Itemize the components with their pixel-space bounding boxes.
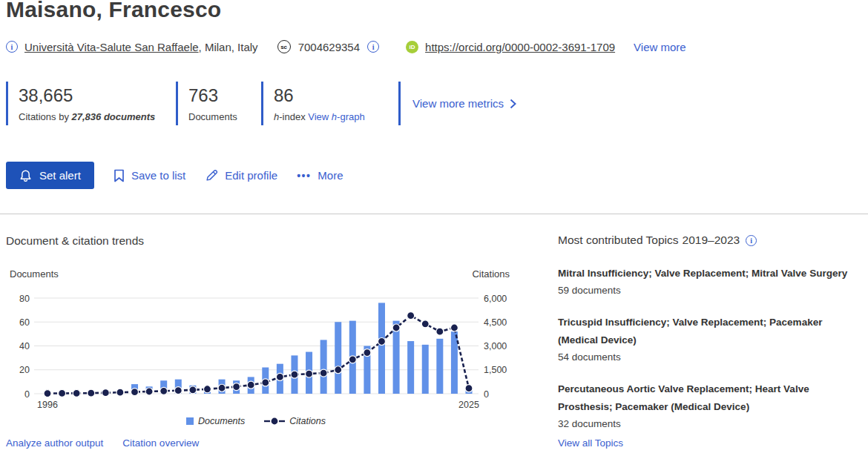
more-dots-icon	[297, 169, 311, 182]
edit-profile-button[interactable]: Edit profile	[205, 169, 277, 182]
pencil-icon	[205, 169, 218, 182]
topics-panel: Most contributed Topics 2019–2023 Mitral…	[558, 234, 864, 429]
actions-row: Set alert Save to list Edit profile More	[6, 162, 343, 189]
orcid-icon	[406, 41, 418, 53]
trends-section-title: Document & citation trends	[6, 234, 144, 248]
topic-name: Mitral Insufficiency; Valve Replacement;…	[558, 265, 864, 282]
info-icon[interactable]	[746, 235, 757, 246]
topic-name: Tricuspid Insufficiency; Valve Replaceme…	[558, 314, 864, 349]
hindex-label: h-index View h-graph	[274, 111, 398, 122]
svg-text:0: 0	[24, 389, 30, 400]
author-profile-page: Maisano, Francesco Università Vita-Salut…	[0, 0, 868, 456]
svg-text:80: 80	[19, 294, 30, 304]
bell-icon	[19, 169, 32, 182]
save-to-list-button[interactable]: Save to list	[114, 169, 185, 182]
set-alert-button[interactable]: Set alert	[6, 162, 94, 189]
section-divider	[0, 214, 868, 214]
topic-name: Percutaneous Aortic Valve Replacement; H…	[558, 380, 864, 416]
view-more-metrics-link[interactable]: View more metrics	[412, 97, 516, 110]
view-all-topics-link[interactable]: View all Topics	[558, 437, 623, 449]
svg-text:1,500: 1,500	[484, 365, 507, 375]
hindex-metric: 86 h-index View h-graph	[261, 82, 398, 125]
citations-count: 38,665	[19, 85, 176, 107]
affiliation-location: , Milan, Italy	[199, 41, 258, 53]
trend-chart[interactable]: 00201,500403,000604,500806,00019962025	[0, 289, 512, 414]
chart-legend: Documents Citations	[0, 416, 512, 426]
topic-count: 54 documents	[558, 351, 864, 363]
scopus-author-id: 7004629354	[298, 41, 360, 53]
bookmark-icon	[114, 169, 125, 182]
more-button[interactable]: More	[297, 169, 343, 182]
citations-label: Citations by 27,836 documents	[19, 111, 176, 122]
svg-text:20: 20	[19, 365, 30, 375]
svg-text:1996: 1996	[37, 400, 58, 410]
info-icon[interactable]	[6, 41, 18, 53]
author-name: Maisano, Francesco	[6, 0, 221, 22]
svg-text:0: 0	[484, 389, 489, 400]
documents-metric: 763 Documents	[176, 82, 261, 125]
view-more-link[interactable]: View more	[634, 41, 686, 53]
hindex-count: 86	[274, 85, 398, 107]
svg-text:2025: 2025	[458, 400, 479, 410]
svg-text:6,000: 6,000	[484, 294, 507, 304]
scopus-icon	[277, 40, 291, 53]
citations-line-icon	[264, 417, 285, 426]
analyze-author-output-link[interactable]: Analyze author output	[6, 437, 103, 449]
svg-text:4,500: 4,500	[484, 317, 507, 328]
view-h-graph-link[interactable]: View h-graph	[308, 111, 364, 122]
left-axis-label: Documents	[10, 268, 59, 280]
trend-links: Analyze author output Citation overview	[6, 437, 199, 449]
legend-citations: Citations	[264, 416, 326, 426]
topic-item: Percutaneous Aortic Valve Replacement; H…	[558, 380, 864, 429]
topics-title: Most contributed Topics	[558, 234, 679, 247]
svg-text:40: 40	[19, 341, 30, 351]
citation-overview-link[interactable]: Citation overview	[122, 437, 199, 449]
topic-item: Tricuspid Insufficiency; Valve Replaceme…	[558, 314, 864, 363]
topic-item: Mitral Insufficiency; Valve Replacement;…	[558, 265, 864, 296]
topics-header: Most contributed Topics 2019–2023	[558, 234, 864, 247]
affiliation-row: Università Vita-Salute San Raffaele , Mi…	[6, 40, 867, 53]
chevron-right-icon	[510, 99, 516, 109]
topic-count: 59 documents	[558, 285, 864, 296]
documents-count: 763	[188, 85, 261, 107]
affiliation-link[interactable]: Università Vita-Salute San Raffaele	[24, 41, 199, 53]
topic-count: 32 documents	[558, 418, 864, 429]
right-axis-label: Citations	[470, 268, 510, 280]
citations-metric: 38,665 Citations by 27,836 documents	[6, 82, 176, 125]
documents-swatch-icon	[186, 417, 194, 425]
legend-documents: Documents	[186, 416, 245, 426]
topics-range: 2019–2023	[683, 234, 740, 247]
metrics-row: 38,665 Citations by 27,836 documents 763…	[6, 82, 516, 125]
svg-text:60: 60	[19, 317, 30, 328]
orcid-link[interactable]: https://orcid.org/0000-0002-3691-1709	[425, 41, 615, 53]
view-more-metrics: View more metrics	[398, 82, 516, 125]
svg-text:3,000: 3,000	[484, 341, 507, 351]
documents-label: Documents	[188, 111, 261, 122]
info-icon[interactable]	[367, 41, 379, 53]
